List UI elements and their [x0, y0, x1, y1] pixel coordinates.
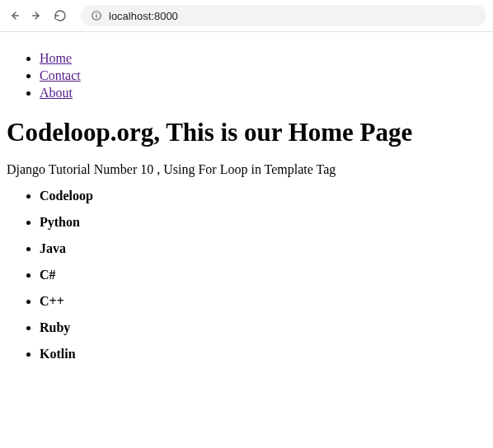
list-item: C# [40, 268, 486, 282]
list-item: Python [40, 215, 486, 230]
browser-toolbar: localhost:8000 [0, 0, 493, 32]
list-item-label: Java [40, 241, 66, 255]
nav-item-home: Home [40, 50, 486, 68]
list-item: Ruby [40, 320, 486, 335]
list-item-label: C# [40, 268, 56, 282]
page-description: Django Tutorial Number 10 , Using For Lo… [7, 162, 486, 177]
list-item-label: Codeloop [40, 189, 93, 203]
list-item-label: Kotlin [40, 347, 76, 361]
list-item: Codeloop [40, 189, 486, 203]
info-icon [91, 10, 102, 21]
list-item: Java [40, 241, 486, 256]
nav-link-home[interactable]: Home [40, 51, 72, 65]
list-item: C++ [40, 294, 486, 309]
list-item: Kotlin [40, 347, 486, 362]
nav-item-contact: Contact [40, 68, 486, 85]
item-list: Codeloop Python Java C# C++ Ruby Kotlin [7, 189, 486, 362]
nav-link-about[interactable]: About [40, 86, 73, 100]
list-item-label: Python [40, 215, 80, 229]
page-title: Codeloop.org, This is our Home Page [7, 118, 486, 147]
nav-link-contact[interactable]: Contact [40, 68, 81, 82]
nav-list: Home Contact About [7, 50, 486, 101]
address-bar[interactable]: localhost:8000 [81, 5, 486, 26]
list-item-label: C++ [40, 294, 64, 308]
url-text: localhost:8000 [109, 10, 178, 22]
page-content: Home Contact About Codeloop.org, This is… [0, 32, 493, 380]
forward-icon[interactable] [30, 8, 45, 23]
back-icon[interactable] [7, 8, 21, 23]
list-item-label: Ruby [40, 320, 70, 334]
nav-item-about: About [40, 85, 486, 102]
reload-icon[interactable] [53, 8, 68, 23]
